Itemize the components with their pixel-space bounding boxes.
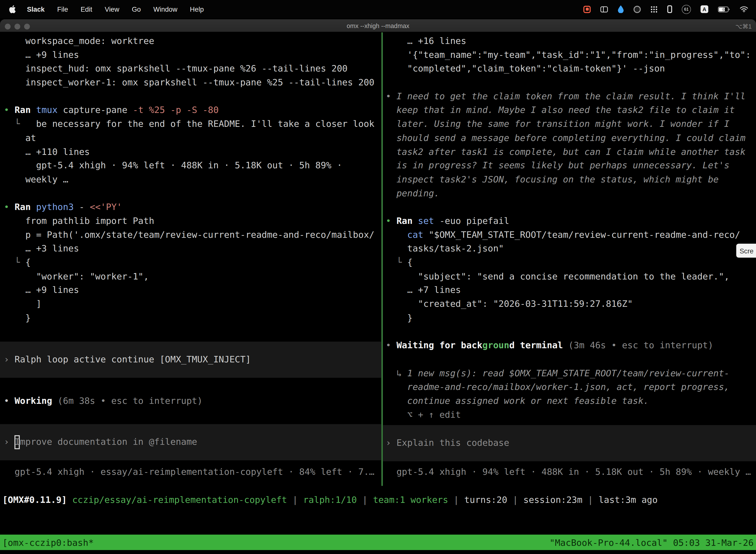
terminal-line: workspace_mode: worktree [0, 34, 381, 48]
screen-capture-notification[interactable]: Scre [736, 244, 756, 258]
text-segment: • [386, 340, 396, 350]
input-placeholder: mprove documentation in @filename [20, 437, 197, 447]
terminal-line: gpt-5.4 xhigh · 94% left · 488K in · 5.1… [0, 159, 381, 173]
text-segment: '{"team_name":"my-team","task_id":"1","f… [386, 50, 751, 60]
text-segment: python3 [36, 202, 79, 212]
text-segment: ⌥ + ↑ edit [386, 409, 461, 420]
terminal-line: at [0, 131, 381, 145]
terminal-line: keep that in mind. Maybe I also need the… [383, 104, 756, 117]
terminal-line: … +110 lines [0, 145, 381, 159]
text-segment: "created_at": "2026-03-31T11:59:27.816Z" [386, 298, 633, 309]
minimize-button[interactable] [14, 23, 20, 29]
terminal-window: omx --xhigh --madmax ⌥⌘1 workspace_mode:… [0, 19, 756, 554]
text-segment: cat [407, 230, 429, 240]
text-segment: at [4, 132, 36, 143]
text-segment: inspect_hud: omx sparkshell --tmux-pane … [4, 63, 348, 73]
text-segment [386, 230, 407, 240]
text-segment: tasks/task-2.json" [386, 243, 504, 254]
menu-help[interactable]: Help [184, 5, 210, 13]
text-segment: | [582, 494, 598, 505]
terminal-line: } [0, 311, 381, 325]
tmux-session-name: [omx-cczip0:bash* [2, 537, 94, 548]
text-segment: • [4, 396, 15, 406]
apple-icon [9, 5, 16, 13]
terminal-line [0, 186, 381, 200]
omx-last-activity: last:3m ago [598, 494, 657, 505]
terminal-line: › Explain this codebase [383, 436, 756, 450]
omx-branch: cczip/essay/ai-reimplementation-copyleft [72, 494, 287, 505]
text-segment: "subject": "send a concise recommendatio… [386, 271, 730, 281]
menu-edit[interactable]: Edit [74, 5, 99, 13]
text-segment: I need to get the claim token from the c… [396, 91, 745, 101]
prompt-input-band[interactable]: › Ralph loop active continue [OMX_TMUX_I… [0, 342, 381, 378]
prompt-input-band[interactable]: › Explain this codebase [383, 425, 756, 461]
tmux-host-clock: "MacBook-Pro-44.local" 05:03 31-Mar-26 [550, 537, 754, 548]
app-grid-icon[interactable] [650, 5, 657, 13]
text-segment: • [386, 91, 396, 101]
menu-file[interactable]: File [51, 5, 74, 13]
text-segment: tmux [36, 105, 63, 115]
terminal-line: ] [0, 297, 381, 311]
text-segment: is in progress? It seems likely but perh… [386, 160, 730, 170]
text-segment: … +16 lines [386, 36, 466, 46]
menu-go[interactable]: Go [126, 5, 147, 13]
tmux-panes: workspace_mode: worktree … +9 lines insp… [0, 32, 756, 486]
omx-session-time: session:23m [523, 494, 582, 505]
text-segment: Ran [396, 216, 418, 226]
input-source-icon[interactable]: A [700, 5, 708, 13]
text-segment: -t %25 -p -S -80 [133, 105, 218, 115]
text-segment: { [407, 257, 413, 267]
pane-status-line: gpt-5.4 xhigh · 94% left · 488K in · 5.1… [386, 466, 751, 477]
terminal-line: … +3 lines [0, 242, 381, 256]
window-titlebar[interactable]: omx --xhigh --madmax ⌥⌘1 [0, 19, 756, 32]
text-segment: be necessary for the end of the README. … [36, 119, 374, 129]
battery-charging-icon[interactable] [718, 6, 730, 12]
window-grid-icon[interactable] [600, 6, 608, 12]
terminal-line: cat "$OMX_TEAM_STATE_ROOT/team/review-cu… [383, 228, 756, 242]
menu-view[interactable]: View [99, 5, 126, 13]
terminal-line: pending. [383, 186, 756, 200]
terminal-line: … +16 lines [383, 34, 756, 48]
close-button[interactable] [5, 23, 10, 29]
terminal-line: ⌥ + ↑ edit [383, 408, 756, 422]
text-segment: capture-pane [63, 105, 133, 115]
text-segment: workspace_mode: worktree [4, 36, 154, 46]
text-segment: • [4, 105, 15, 115]
record-dot [586, 8, 588, 11]
text-segment: Working [15, 396, 58, 406]
text-segment: … +110 lines [4, 147, 90, 157]
battery-percentage-badge[interactable]: 61 [682, 4, 691, 14]
apple-menu[interactable] [6, 5, 20, 13]
screen-recording-icon[interactable] [583, 5, 590, 13]
terminal-line: task2 after task1 is complete, but can I… [383, 145, 756, 159]
terminal-line: from pathlib import Path [0, 214, 381, 228]
terminal-line: • Working (6m 38s • esc to interrupt) [0, 394, 381, 408]
tmux-pane-left[interactable]: workspace_mode: worktree … +9 lines insp… [0, 32, 381, 486]
text-segment: Ran [15, 202, 36, 212]
omx-team-count: team:1 workers [373, 494, 448, 505]
terminal-output-block: gpt-5.4 xhigh · 94% left · 488K in · 5.1… [383, 465, 756, 479]
menu-window[interactable]: Window [147, 5, 184, 13]
prompt-input-band[interactable]: › Improve documentation in @filename [0, 424, 381, 460]
terminal-line: tasks/task-2.json" [383, 242, 756, 256]
text-segment: Waiting for back [396, 340, 482, 350]
omx-ralph-count: ralph:1/10 [303, 494, 357, 505]
text-segment: | [507, 494, 523, 505]
zoom-button[interactable] [24, 23, 30, 29]
wifi-icon[interactable] [740, 6, 748, 12]
app-menu-slack[interactable]: Slack [21, 5, 51, 13]
terminal-line: '{"team_name":"my-team","task_id":"1","f… [383, 48, 756, 62]
water-drop-icon[interactable] [618, 5, 624, 13]
text-segment: groun [483, 340, 509, 350]
text-segment: (3m 46s • esc to interrupt) [568, 340, 713, 350]
omx-version: [OMX#0.11.9] [2, 494, 72, 505]
tmux-pane-right[interactable]: … +16 lines '{"team_name":"my-team","tas… [383, 32, 756, 486]
dark-circle-icon[interactable] [633, 5, 641, 13]
terminal-line: └ { [0, 256, 381, 270]
terminal-line: … +9 lines [0, 48, 381, 62]
phone-mirroring-icon[interactable] [667, 5, 672, 13]
terminal-output-block: workspace_mode: worktree … +9 lines insp… [0, 34, 381, 325]
text-segment: | [287, 494, 303, 505]
text-segment: └ [4, 257, 25, 267]
text-segment: from pathlib import Path [4, 216, 154, 226]
